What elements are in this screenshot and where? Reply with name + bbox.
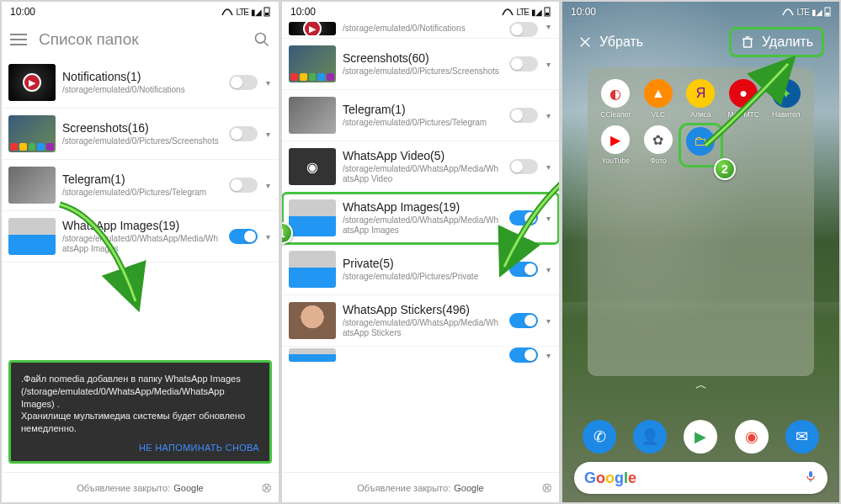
folder-path: /storage/emulated/0/WhatsApp/Media/Whats…: [343, 215, 503, 236]
dock-contacts[interactable]: 👤: [633, 420, 667, 454]
folder-thumb: [8, 218, 56, 255]
dock-play[interactable]: ▶: [684, 420, 717, 454]
chevron-down-icon[interactable]: ▾: [545, 162, 552, 172]
dock-messages[interactable]: ✉: [785, 420, 819, 454]
folder-row[interactable]: ▾: [282, 347, 559, 363]
ad-footer: Объявление закрыто: Google ⊗: [282, 472, 559, 502]
app-label: Мой МТС: [727, 110, 758, 119]
folder-path: /storage/emulated/0/Notifications: [62, 85, 222, 95]
folder-toggle[interactable]: [509, 210, 538, 225]
drawer-handle-icon[interactable]: ︿: [562, 378, 839, 393]
page-title: Список папок: [39, 30, 242, 49]
status-icons: LTE ▮◢: [221, 7, 270, 17]
folder-thumb: [289, 251, 336, 288]
folder-toggle[interactable]: [509, 56, 538, 72]
folder-toggle[interactable]: [229, 178, 258, 193]
folder-row[interactable]: Telegram(1) /storage/emulated/0/Pictures…: [2, 160, 279, 211]
folder-thumb: [289, 199, 336, 236]
chevron-down-icon[interactable]: ▾: [545, 265, 552, 274]
folder-path: /storage/emulated/0/WhatsApp/Media/Whats…: [62, 234, 222, 254]
svg-line-3: [264, 42, 269, 46]
folder-thumb: ◉: [289, 148, 336, 185]
folder-toggle[interactable]: [509, 347, 538, 363]
folder-path: /storage/emulated/0/WhatsApp/Media/Whats…: [343, 318, 503, 338]
toast-text: .Файл nomedia добавлен в папку WhatsApp …: [21, 373, 259, 435]
step-badge-2: 2: [714, 158, 736, 180]
folder-name: Notifications(1): [62, 70, 222, 83]
app-icon-youtube[interactable]: ▶ YouTube: [596, 125, 636, 165]
svg-rect-13: [809, 471, 812, 477]
ad-close-icon[interactable]: ⊗: [261, 480, 272, 496]
app-folder-drawer[interactable]: ◐ CCleaner ▲ VLC Я Алиса ● Мой МТС ✦ Нав…: [588, 67, 814, 376]
status-time: 10:00: [10, 6, 35, 18]
dock: ✆ 👤 ▶ ◉ ✉: [574, 420, 828, 454]
svg-point-2: [256, 34, 266, 44]
app-label: Алиса: [690, 110, 711, 119]
google-search-bar[interactable]: Google: [574, 462, 828, 494]
toolbar: Список папок: [2, 22, 279, 57]
folder-row[interactable]: Telegram(1) /storage/emulated/0/Pictures…: [282, 90, 559, 141]
dock-phone[interactable]: ✆: [583, 420, 616, 454]
folder-row[interactable]: ◉ WhatsApp Video(5) /storage/emulated/0/…: [282, 141, 559, 193]
folder-toggle[interactable]: [509, 22, 538, 37]
folder-row[interactable]: ▶ Notifications(1) /storage/emulated/0/N…: [2, 57, 279, 109]
ad-close-icon[interactable]: ⊗: [541, 480, 552, 496]
folder-row[interactable]: Screenshots(16) /storage/emulated/0/Pict…: [2, 109, 279, 160]
folder-toggle[interactable]: [229, 229, 258, 244]
folder-toggle[interactable]: [229, 75, 258, 90]
chevron-down-icon[interactable]: ▾: [545, 351, 552, 360]
app-glyph: ✿: [644, 125, 673, 154]
folder-thumb: ▶: [8, 64, 56, 101]
chevron-down-icon[interactable]: ▾: [264, 130, 272, 139]
folder-name: Telegram(1): [62, 172, 222, 186]
folder-row[interactable]: Screenshots(60) /storage/emulated/0/Pict…: [282, 39, 559, 90]
remove-action[interactable]: Убрать: [578, 34, 643, 50]
delete-action[interactable]: Удалить: [729, 27, 824, 57]
toast-dont-remind[interactable]: НЕ НАПОМИНАТЬ СНОВА: [21, 442, 259, 454]
dock-chrome[interactable]: ◉: [735, 420, 769, 454]
app-icon-навител[interactable]: ✦ Навител: [766, 79, 806, 119]
mic-icon[interactable]: [804, 470, 817, 486]
folder-thumb: [8, 167, 56, 204]
folder-name: Telegram(1): [343, 103, 503, 116]
folder-path: /storage/emulated/0/Pictures/Private: [343, 272, 503, 282]
folder-row[interactable]: WhatsApp Images(19) /storage/emulated/0/…: [2, 211, 279, 263]
folder-path: /storage/emulated/0/Pictures/Screenshots: [343, 66, 503, 77]
folder-name: WhatsApp Stickers(496): [343, 303, 503, 316]
chevron-down-icon[interactable]: ▾: [264, 181, 272, 190]
folder-toggle[interactable]: [509, 108, 538, 123]
chevron-down-icon[interactable]: ▾: [545, 214, 552, 223]
folder-toggle[interactable]: [509, 159, 538, 174]
app-icon-алиса[interactable]: Я Алиса: [681, 79, 721, 119]
app-icon-ccleaner[interactable]: ◐ CCleaner: [596, 79, 636, 119]
folder-toggle[interactable]: [509, 262, 538, 277]
svg-rect-5: [546, 13, 549, 15]
menu-icon[interactable]: [10, 31, 27, 48]
app-label: YouTube: [602, 157, 630, 165]
app-icon-фото[interactable]: ✿ Фото: [639, 125, 679, 165]
folder-path: /storage/emulated/0/Pictures/Telegram: [62, 188, 222, 198]
nomedia-toast: .Файл nomedia добавлен в папку WhatsApp …: [8, 360, 272, 464]
search-icon[interactable]: [253, 31, 270, 48]
app-icon-мой мтс[interactable]: ● Мой МТС: [724, 79, 764, 119]
status-bar: 10:00 LTE ▮◢: [2, 2, 279, 22]
chevron-down-icon[interactable]: ▾: [545, 316, 552, 326]
folder-thumb: [289, 302, 336, 339]
app-icon-files[interactable]: 🗀: [681, 125, 721, 165]
folder-row[interactable]: WhatsApp Images(19) /storage/emulated/0/…: [282, 193, 559, 244]
chevron-down-icon[interactable]: ▾: [545, 111, 552, 120]
app-icon-vlc[interactable]: ▲ VLC: [639, 79, 679, 119]
chevron-down-icon[interactable]: ▾: [545, 60, 552, 69]
svg-rect-1: [265, 13, 269, 15]
folder-path: /storage/emulated/0/Pictures/Telegram: [343, 118, 503, 128]
app-glyph: ✦: [772, 79, 801, 108]
chevron-down-icon[interactable]: ▾: [264, 232, 272, 241]
folder-thumb: [289, 97, 336, 134]
folder-toggle[interactable]: [229, 126, 258, 141]
folder-toggle[interactable]: [509, 313, 538, 328]
folder-row[interactable]: ▶ /storage/emulated/0/Notifications ▾: [282, 22, 559, 39]
folder-row[interactable]: Private(5) /storage/emulated/0/Pictures/…: [282, 244, 559, 295]
chevron-down-icon[interactable]: ▾: [264, 78, 272, 88]
chevron-down-icon[interactable]: ▾: [545, 22, 552, 31]
folder-row[interactable]: WhatsApp Stickers(496) /storage/emulated…: [282, 295, 559, 347]
